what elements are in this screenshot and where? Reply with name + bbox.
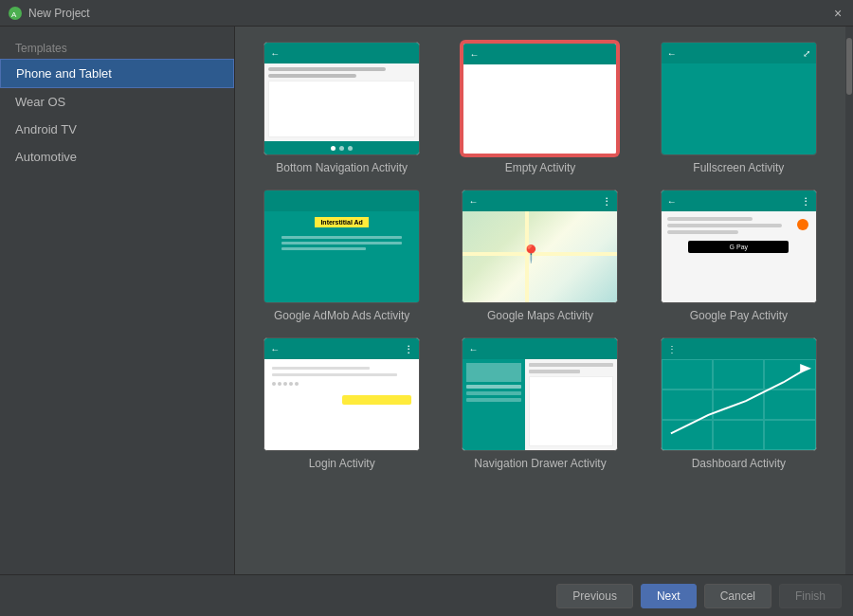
sidebar: Templates Phone and Tablet Wear OS Andro… [0,27,235,574]
card-preview-fullscreen: ← ⤢ [661,42,817,155]
template-card-bottom-nav[interactable]: ← [250,42,433,174]
sidebar-item-automotive[interactable]: Automotive [0,143,234,171]
card-preview-login: ← ⋮ [263,337,420,451]
card-label-fullscreen: Fullscreen Activity [693,161,784,174]
finish-button[interactable]: Finish [779,584,842,608]
dialog-title: New Project [28,7,830,20]
svg-text:A: A [11,10,17,19]
template-card-admob[interactable]: Interstitial Ad Google AdMob Ads Activit… [250,190,433,322]
main-content: ← [235,27,845,574]
template-card-nav-drawer[interactable]: ← [448,337,631,470]
template-card-gpay[interactable]: ← ⋮ G Pay Google Pay Acti [647,190,830,322]
title-bar: A New Project × [0,0,853,27]
templates-grid: ← [250,42,830,470]
card-preview-dashboard: ⋮ [661,337,817,451]
card-label-dashboard: Dashboard Activity [692,457,786,470]
template-card-maps[interactable]: ← ⋮ 📍 Google Maps Activity [448,190,631,322]
card-label-admob: Google AdMob Ads Activity [274,309,409,322]
dialog: Templates Phone and Tablet Wear OS Andro… [0,27,853,616]
next-button[interactable]: Next [641,584,697,608]
card-preview-bottom-nav: ← [263,42,420,155]
card-label-bottom-nav: Bottom Navigation Activity [276,161,408,174]
close-button[interactable]: × [830,6,845,21]
template-card-dashboard[interactable]: ⋮ [647,337,830,470]
scrollbar-thumb[interactable] [846,38,852,95]
card-label-gpay: Google Pay Activity [690,309,788,322]
svg-marker-3 [800,364,811,373]
card-label-empty-activity: Empty Activity [505,161,576,174]
sidebar-item-android-tv[interactable]: Android TV [0,116,234,143]
card-preview-admob: Interstitial Ad [263,190,420,303]
dialog-footer: Previous Next Cancel Finish [0,574,853,616]
template-card-empty-activity[interactable]: ← Empty Activity [448,42,631,174]
card-preview-nav-drawer: ← [462,337,618,451]
card-preview-empty-activity: ← [462,42,618,155]
template-card-fullscreen[interactable]: ← ⤢ Fullscreen Activity [647,42,830,174]
card-preview-maps: ← ⋮ 📍 [462,190,618,303]
gpay-fab [797,219,808,230]
card-label-maps: Google Maps Activity [487,309,593,322]
card-label-nav-drawer: Navigation Drawer Activity [474,457,606,470]
previous-button[interactable]: Previous [556,584,633,608]
sidebar-label: Templates [0,34,234,59]
template-card-login[interactable]: ← ⋮ [250,337,433,470]
cancel-button[interactable]: Cancel [704,584,771,608]
sidebar-item-phone-tablet[interactable]: Phone and Tablet [0,59,234,88]
dialog-body: Templates Phone and Tablet Wear OS Andro… [0,27,853,574]
app-icon: A [8,6,23,21]
card-label-login: Login Activity [309,457,375,470]
scrollbar[interactable] [845,27,853,574]
card-preview-gpay: ← ⋮ G Pay [661,190,817,303]
sidebar-item-wear-os[interactable]: Wear OS [0,88,234,116]
interstitial-label: Interstitial Ad [315,217,368,227]
